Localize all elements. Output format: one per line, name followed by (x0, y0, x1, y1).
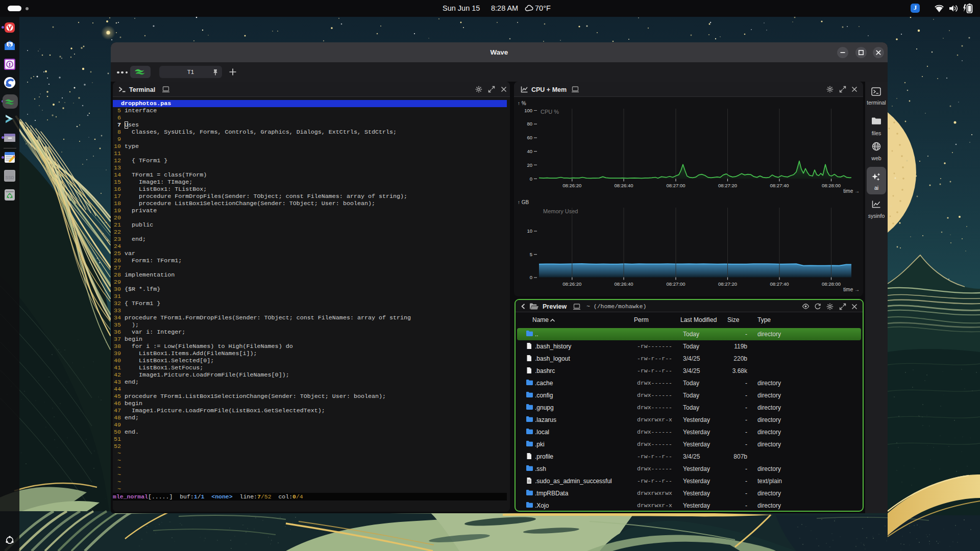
svg-text:08:26:20: 08:26:20 (562, 281, 581, 287)
svg-text:↑ %: ↑ % (518, 101, 526, 106)
svg-text:08:26:40: 08:26:40 (615, 281, 633, 287)
svg-text:08:26:20: 08:26:20 (562, 183, 581, 188)
svg-text:0: 0 (530, 274, 532, 280)
svg-text:CPU %: CPU % (541, 109, 559, 115)
svg-text:40: 40 (527, 148, 532, 154)
svg-text:100: 100 (524, 108, 532, 113)
svg-text:08:27:00: 08:27:00 (667, 183, 685, 188)
svg-text:08:27:40: 08:27:40 (770, 183, 789, 188)
svg-text:0: 0 (530, 176, 532, 182)
svg-text:08:28:00: 08:28:00 (822, 281, 841, 287)
svg-text:5: 5 (530, 252, 532, 257)
svg-text:08:27:20: 08:27:20 (718, 281, 737, 287)
svg-text:20: 20 (527, 162, 532, 168)
svg-text:SSD: SSD (5, 175, 14, 180)
svg-text:Memory Used: Memory Used (543, 208, 578, 214)
svg-text:08:26:40: 08:26:40 (615, 183, 633, 188)
svg-text:08:27:00: 08:27:00 (667, 281, 685, 287)
svg-text:10: 10 (527, 228, 532, 234)
svg-text:time →: time → (843, 287, 860, 292)
svg-text:60: 60 (527, 135, 532, 140)
svg-text:08:28:00: 08:28:00 (822, 183, 841, 188)
svg-text:time →: time → (843, 188, 860, 194)
svg-text:80: 80 (527, 121, 532, 127)
svg-text:↑ GB: ↑ GB (518, 199, 529, 205)
svg-text:08:27:20: 08:27:20 (718, 183, 737, 188)
svg-text:08:27:40: 08:27:40 (770, 281, 789, 287)
